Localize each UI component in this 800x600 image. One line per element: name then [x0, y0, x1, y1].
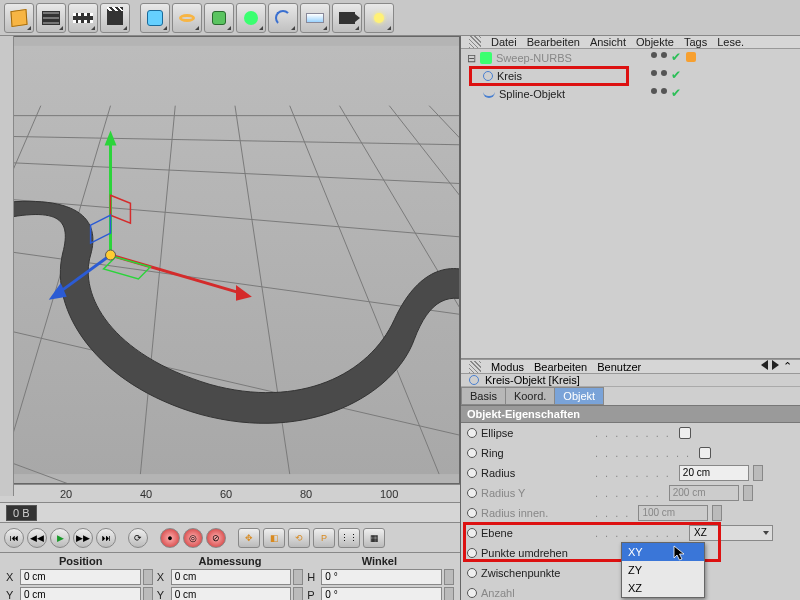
camera-button[interactable] [332, 3, 362, 33]
tab-koord[interactable]: Koord. [505, 387, 554, 405]
p-button[interactable]: P [313, 528, 335, 548]
tab-basis[interactable]: Basis [461, 387, 505, 405]
ebene-combo[interactable]: XZ [689, 525, 773, 541]
object-row-spline[interactable]: Spline-Objekt [461, 85, 800, 103]
radio-icon[interactable] [467, 428, 477, 438]
object-row-sweep[interactable]: ⊟ Sweep-NURBS [461, 49, 800, 67]
vis-dot[interactable] [651, 88, 657, 94]
spinner[interactable] [143, 587, 153, 600]
svg-point-25 [106, 250, 116, 260]
step-back-button[interactable]: ◀◀ [27, 528, 47, 548]
menu-bookmark[interactable]: Lese. [717, 36, 744, 48]
nav-back-icon[interactable] [761, 360, 768, 370]
tag-icon[interactable] [686, 52, 696, 62]
attr-menu-user[interactable]: Benutzer [597, 361, 641, 373]
nurbs-button[interactable] [204, 3, 234, 33]
attribute-body: Ellipse . . . . . . . . Ring . . . . . .… [461, 423, 800, 600]
dropdown-option-zy[interactable]: ZY [622, 561, 704, 579]
spinner[interactable] [143, 569, 153, 585]
radio-icon[interactable] [467, 528, 477, 538]
new-doc-button[interactable] [4, 3, 34, 33]
dropdown-option-xz[interactable]: XZ [622, 579, 704, 597]
nav-fwd-icon[interactable] [772, 360, 779, 370]
spinner[interactable] [293, 587, 303, 600]
vis-dot[interactable] [661, 52, 667, 58]
light-button[interactable] [364, 3, 394, 33]
ellipse-checkbox[interactable] [679, 427, 691, 439]
nav-up-icon[interactable]: ⌃ [783, 360, 792, 373]
autokey-button[interactable]: ◎ [183, 528, 203, 548]
frame-counter: 0 B [6, 505, 37, 521]
spinner[interactable] [293, 569, 303, 585]
left-toolbar[interactable] [0, 36, 14, 496]
radius-field[interactable]: 20 cm [679, 465, 749, 481]
ebene-dropdown[interactable]: XY ZY XZ [621, 542, 705, 598]
rotate-mode-button[interactable]: ⟲ [288, 528, 310, 548]
play-button[interactable]: ▶ [50, 528, 70, 548]
3d-viewport[interactable] [0, 36, 460, 484]
menu-edit[interactable]: Bearbeiten [527, 36, 580, 48]
ruler-tick: 20 [60, 488, 72, 500]
radio-icon[interactable] [467, 548, 477, 558]
step-fwd-button[interactable]: ▶▶ [73, 528, 93, 548]
rot-h-field[interactable]: 0 ° [321, 569, 442, 585]
radio-icon[interactable] [467, 568, 477, 578]
key-button[interactable]: ⊘ [206, 528, 226, 548]
goto-end-button[interactable]: ⏭ [96, 528, 116, 548]
coord-p-label: P [307, 589, 319, 600]
cube-button[interactable] [140, 3, 170, 33]
object-row-kreis[interactable]: Kreis [461, 67, 800, 85]
coord-header-position: Position [6, 555, 155, 567]
record-button[interactable]: ● [160, 528, 180, 548]
size-x-field[interactable]: 0 cm [171, 569, 292, 585]
coord-y-label2: Y [157, 589, 169, 600]
strip-button[interactable] [68, 3, 98, 33]
array-button[interactable] [236, 3, 266, 33]
menu-view[interactable]: Ansicht [590, 36, 626, 48]
pos-x-field[interactable]: 0 cm [20, 569, 141, 585]
spline-icon [483, 90, 495, 98]
arc-button[interactable] [268, 3, 298, 33]
enable-check-icon[interactable]: ✔ [671, 50, 681, 64]
torus-button[interactable] [172, 3, 202, 33]
spinner[interactable] [753, 465, 763, 481]
film-button[interactable] [36, 3, 66, 33]
menu-tags[interactable]: Tags [684, 36, 707, 48]
vis-dot[interactable] [651, 52, 657, 58]
vis-dot[interactable] [661, 88, 667, 94]
spinner[interactable] [444, 587, 454, 600]
goto-start-button[interactable]: ⏮ [4, 528, 24, 548]
dropdown-option-xy[interactable]: XY [622, 543, 704, 561]
grid-button[interactable]: ▦ [363, 528, 385, 548]
ring-checkbox[interactable] [699, 447, 711, 459]
coord-h-label: H [307, 571, 319, 583]
object-hierarchy[interactable]: ⊟ Sweep-NURBS Kreis Spline-Objekt ✔ ✔ ✔ [461, 49, 800, 359]
menu-file[interactable]: Datei [491, 36, 517, 48]
attr-menu-mode[interactable]: Modus [491, 361, 524, 373]
tab-objekt[interactable]: Objekt [554, 387, 604, 405]
rot-p-field[interactable]: 0 ° [321, 587, 442, 600]
timeline-ruler[interactable]: 20 40 60 80 100 [0, 484, 460, 502]
object-label: Spline-Objekt [499, 88, 565, 100]
attr-menu-edit[interactable]: Bearbeiten [534, 361, 587, 373]
grip-icon[interactable] [469, 361, 481, 373]
menu-objects[interactable]: Objekte [636, 36, 674, 48]
vis-dot[interactable] [661, 70, 667, 76]
vis-dot[interactable] [651, 70, 657, 76]
ruler-tick: 100 [380, 488, 398, 500]
spinner[interactable] [444, 569, 454, 585]
size-y-field[interactable]: 0 cm [171, 587, 292, 600]
radio-icon[interactable] [467, 448, 477, 458]
enable-check-icon[interactable]: ✔ [671, 68, 681, 82]
floor-button[interactable] [300, 3, 330, 33]
enable-check-icon[interactable]: ✔ [671, 86, 681, 100]
radio-icon [467, 588, 477, 598]
move-mode-button[interactable]: ✥ [238, 528, 260, 548]
scale-mode-button[interactable]: ◧ [263, 528, 285, 548]
clapper-button[interactable] [100, 3, 130, 33]
grip-icon[interactable] [469, 36, 481, 48]
radio-icon[interactable] [467, 468, 477, 478]
pos-y-field[interactable]: 0 cm [20, 587, 141, 600]
dots-button[interactable]: ⋮⋮ [338, 528, 360, 548]
loop-button[interactable]: ⟳ [128, 528, 148, 548]
